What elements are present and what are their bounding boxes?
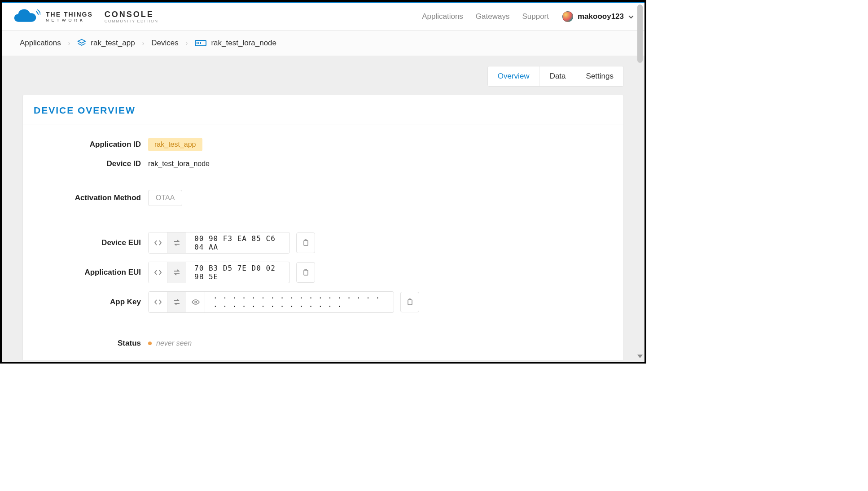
row-app-key: App Key · · · · · · · xyxy=(34,291,613,313)
status-dot-icon xyxy=(148,342,152,345)
tab-overview[interactable]: Overview xyxy=(488,66,540,86)
value-device-eui: 00 90 F3 EA 85 C6 04 AA xyxy=(186,232,289,253)
nav-support[interactable]: Support xyxy=(522,12,549,21)
bc-applications[interactable]: Applications xyxy=(20,39,61,48)
scrollbar-down-arrow-icon[interactable] xyxy=(637,355,643,358)
console-line1: CONSOLE xyxy=(105,10,158,18)
reveal-key-button[interactable] xyxy=(186,292,205,312)
row-device-id: Device ID rak_test_lora_node xyxy=(34,159,613,168)
value-activation-method: OTAA xyxy=(148,190,182,206)
copy-application-eui-button[interactable] xyxy=(296,262,315,283)
avatar xyxy=(562,11,573,22)
svg-marker-0 xyxy=(78,39,86,43)
chevron-right-icon: › xyxy=(68,39,70,47)
bc-device[interactable]: rak_test_lora_node xyxy=(195,39,276,48)
bc-app[interactable]: rak_test_app xyxy=(77,39,135,48)
swap-bytes-button[interactable] xyxy=(167,262,186,283)
label-activation-method: Activation Method xyxy=(34,193,148,202)
application-eui-group: 70 B3 D5 7E D0 02 9B 5E xyxy=(148,262,290,283)
brand-logo[interactable]: THE THINGS NETWORK CONSOLE COMMUNITY EDI… xyxy=(13,8,158,26)
row-application-id: Application ID rak_test_app xyxy=(34,138,613,151)
console-line2: COMMUNITY EDITION xyxy=(105,19,158,23)
app-key-group: · · · · · · · · · · · · · · · · · · · · … xyxy=(148,291,394,313)
nav-gateways[interactable]: Gateways xyxy=(476,12,510,21)
label-app-key: App Key xyxy=(34,298,148,307)
label-application-id: Application ID xyxy=(34,140,148,149)
header: THE THINGS NETWORK CONSOLE COMMUNITY EDI… xyxy=(2,3,644,31)
nav-applications[interactable]: Applications xyxy=(422,12,463,21)
tab-data[interactable]: Data xyxy=(540,66,576,86)
label-device-id: Device ID xyxy=(34,159,148,168)
copy-app-key-button[interactable] xyxy=(400,292,419,312)
svg-point-7 xyxy=(195,301,197,303)
toggle-format-button[interactable] xyxy=(149,292,167,312)
copy-device-eui-button[interactable] xyxy=(296,232,315,253)
user-menu[interactable]: makoooy123 xyxy=(562,11,634,22)
bc-app-label: rak_test_app xyxy=(91,39,135,48)
label-device-eui: Device EUI xyxy=(34,238,148,247)
device-eui-group: 00 90 F3 EA 85 C6 04 AA xyxy=(148,232,290,254)
cloud-icon xyxy=(13,8,40,26)
tab-settings[interactable]: Settings xyxy=(576,66,623,86)
svg-rect-5 xyxy=(304,241,308,246)
device-tabs: Overview Data Settings xyxy=(487,66,624,87)
bc-applications-label: Applications xyxy=(20,39,61,48)
card-header: DEVICE OVERVIEW xyxy=(23,95,623,124)
bc-devices-label: Devices xyxy=(151,39,178,48)
label-application-eui: Application EUI xyxy=(34,268,148,277)
bc-device-label: rak_test_lora_node xyxy=(211,39,276,48)
brand-line1: THE THINGS xyxy=(46,11,93,18)
value-device-id: rak_test_lora_node xyxy=(148,160,210,168)
swap-bytes-button[interactable] xyxy=(167,292,186,312)
toggle-format-button[interactable] xyxy=(149,262,167,283)
console-text: CONSOLE COMMUNITY EDITION xyxy=(105,10,158,23)
chevron-down-icon xyxy=(628,13,634,21)
value-app-key: · · · · · · · · · · · · · · · · · · · · … xyxy=(205,292,394,312)
header-nav: Applications Gateways Support xyxy=(422,12,549,21)
row-application-eui: Application EUI 70 B3 D5 7E D0 02 9B 5E xyxy=(34,262,613,283)
svg-rect-6 xyxy=(304,270,308,275)
value-application-id[interactable]: rak_test_app xyxy=(148,138,202,151)
bc-devices[interactable]: Devices xyxy=(151,39,178,48)
layers-icon xyxy=(77,39,86,48)
toggle-format-button[interactable] xyxy=(149,232,167,253)
svg-rect-8 xyxy=(408,300,412,305)
value-status: never seen xyxy=(156,339,192,347)
device-overview-card: DEVICE OVERVIEW Application ID rak_test_… xyxy=(22,95,624,361)
label-status: Status xyxy=(34,339,148,348)
content-area: Overview Data Settings DEVICE OVERVIEW A… xyxy=(2,56,644,364)
chevron-right-icon: › xyxy=(186,39,188,47)
brand-line2: NETWORK xyxy=(46,18,93,22)
scrollbar-thumb[interactable] xyxy=(637,4,643,63)
row-status: Status never seen xyxy=(34,339,613,348)
swap-bytes-button[interactable] xyxy=(167,232,186,253)
brand-text: THE THINGS NETWORK xyxy=(46,11,93,22)
device-icon xyxy=(195,39,206,47)
breadcrumb: Applications › rak_test_app › Devices › … xyxy=(2,31,644,56)
username: makoooy123 xyxy=(578,12,624,21)
chevron-right-icon: › xyxy=(142,39,145,47)
row-activation-method: Activation Method OTAA xyxy=(34,190,613,206)
value-application-eui: 70 B3 D5 7E D0 02 9B 5E xyxy=(186,262,289,283)
card-title: DEVICE OVERVIEW xyxy=(34,105,613,116)
row-device-eui: Device EUI 00 90 F3 EA 85 C6 04 AA xyxy=(34,232,613,254)
